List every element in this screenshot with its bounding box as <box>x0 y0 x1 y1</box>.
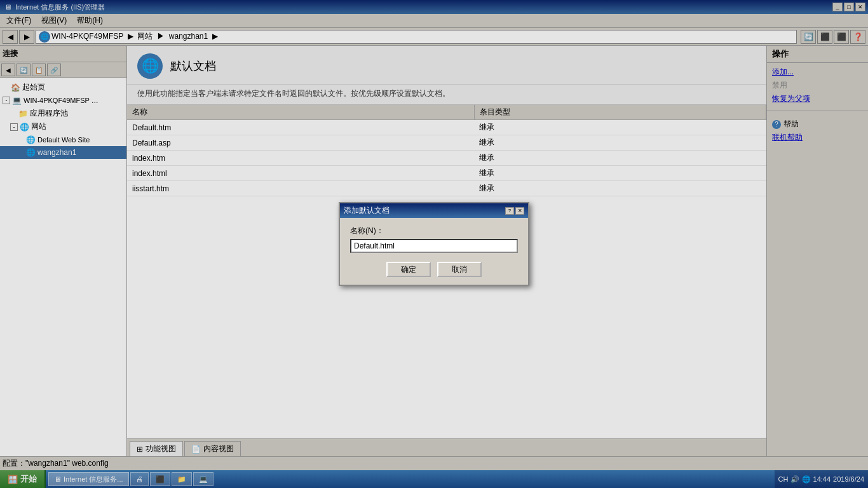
modal-title-buttons: ? ✕ <box>505 207 524 215</box>
modal-overlay: 添加默认文档 ? ✕ 名称(N)： 确定 取消 <box>0 0 868 488</box>
modal-buttons: 确定 取消 <box>350 262 518 277</box>
modal-dialog: 添加默认文档 ? ✕ 名称(N)： 确定 取消 <box>339 202 529 286</box>
modal-close-btn[interactable]: ✕ <box>515 207 524 215</box>
modal-title-text: 添加默认文档 <box>344 205 390 216</box>
modal-body: 名称(N)： 确定 取消 <box>340 218 528 285</box>
modal-ok-button[interactable]: 确定 <box>386 262 431 277</box>
modal-label: 名称(N)： <box>350 226 518 236</box>
modal-name-input[interactable] <box>350 239 518 253</box>
modal-cancel-button[interactable]: 取消 <box>437 262 482 277</box>
modal-title-bar: 添加默认文档 ? ✕ <box>340 203 528 218</box>
modal-help-btn[interactable]: ? <box>505 207 514 215</box>
